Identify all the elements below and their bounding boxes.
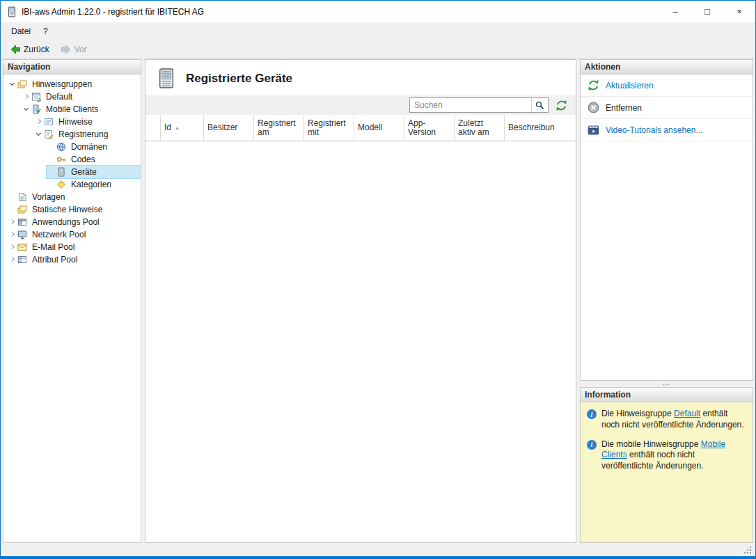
nav-item-label: Attribut Pool (32, 255, 77, 265)
chevron-placeholder (8, 205, 17, 214)
action-entfernen[interactable]: Entfernen (581, 97, 753, 119)
mobile-clients-icon (31, 104, 42, 114)
forward-label: Vor (74, 45, 87, 54)
info-text-part: Die Hinweisgruppe (601, 409, 674, 418)
panel-splitter[interactable] (580, 381, 753, 387)
column-header-modell[interactable]: Modell (354, 115, 404, 141)
navigation-tree: Hinweisgruppen Default Mobile Clients Hi… (3, 74, 141, 542)
toolbar: Zurück Vor (1, 40, 755, 58)
chevron-collapsed-icon[interactable] (22, 92, 31, 102)
column-label: Besitzer (207, 123, 237, 132)
nav-item-codes[interactable]: Codes (3, 153, 141, 166)
actions-header: Aktionen (581, 60, 753, 74)
column-header-registriert-am[interactable]: Registriert am (254, 115, 304, 141)
column-header-besitzer[interactable]: Besitzer (204, 115, 254, 141)
nav-item-label: Statische Hinweise (32, 205, 102, 214)
minimize-button[interactable]: – (659, 1, 691, 22)
nav-item-geraete[interactable]: Geräte (3, 166, 141, 178)
table-body-empty (145, 141, 576, 542)
nav-item-label: Netzwerk Pool (32, 230, 86, 239)
chevron-placeholder (8, 192, 17, 202)
nav-item-anwendungs-pool[interactable]: Anwendungs Pool (3, 216, 141, 228)
nav-item-domaenen[interactable]: Domänen (3, 141, 141, 153)
notices-icon (44, 117, 55, 127)
maximize-button[interactable]: □ (691, 1, 723, 22)
nav-item-vorlagen[interactable]: Vorlagen (3, 191, 141, 203)
chevron-collapsed-icon[interactable] (34, 117, 44, 127)
nav-item-label: Hinweisgruppen (32, 79, 92, 89)
window-border-accent (1, 556, 755, 558)
refresh-button[interactable] (556, 100, 567, 111)
notice-groups-icon (17, 79, 29, 89)
nav-item-registrierung[interactable]: Registrierung (3, 128, 141, 141)
search-box[interactable] (409, 97, 549, 113)
column-label: Zuletzt aktiv am (458, 119, 501, 137)
menu-datei[interactable]: Datei (5, 24, 37, 39)
action-aktualisieren[interactable]: Aktualisieren (581, 74, 753, 97)
nav-item-label: Codes (71, 155, 95, 164)
nav-item-kategorien[interactable]: Kategorien (3, 178, 141, 191)
chevron-expanded-icon[interactable] (22, 104, 31, 114)
chevron-placeholder (47, 167, 56, 177)
nav-item-label: Kategorien (71, 180, 111, 189)
close-button[interactable]: × (723, 1, 755, 22)
info-text: Die Hinweisgruppe Default enthält noch n… (601, 409, 746, 431)
column-header-zuletzt-aktiv-am[interactable]: Zuletzt aktiv am (455, 115, 505, 141)
page-header: Registrierte Geräte (145, 60, 576, 95)
remove-icon (588, 102, 599, 113)
resize-grip[interactable] (744, 546, 753, 555)
column-label: Beschreibun (508, 123, 555, 132)
chevron-expanded-icon[interactable] (8, 79, 17, 89)
info-icon (587, 409, 597, 419)
app-window: IBI-aws Admin 1.22.0 - registriert für I… (0, 0, 756, 559)
info-note-default: Die Hinweisgruppe Default enthält noch n… (587, 409, 746, 431)
nav-item-netzwerk-pool[interactable]: Netzwerk Pool (3, 228, 141, 241)
info-text: Die mobile Hinweisgruppe Mobile Clients … (601, 439, 746, 472)
information-panel: Information Die Hinweisgruppe Default en… (580, 387, 753, 543)
column-label: Registriert am (258, 119, 300, 137)
nav-item-hinweise[interactable]: Hinweise (3, 116, 141, 128)
domains-icon (56, 142, 68, 152)
search-strip (145, 95, 576, 115)
window-controls: – □ × (659, 1, 755, 22)
column-header-app-version[interactable]: App-Version (404, 115, 455, 141)
column-header-registriert-mit[interactable]: Registriert mit (304, 115, 354, 141)
chevron-placeholder (47, 155, 56, 164)
categories-icon (56, 180, 68, 189)
chevron-collapsed-icon[interactable] (8, 255, 17, 265)
info-link-default[interactable]: Default (674, 409, 700, 418)
nav-item-mobile-clients[interactable]: Mobile Clients (3, 103, 141, 116)
search-icon[interactable] (531, 98, 548, 112)
chevron-collapsed-icon[interactable] (8, 230, 17, 239)
menu-help[interactable]: ? (37, 24, 54, 39)
column-header-id[interactable]: Id (161, 115, 204, 141)
chevron-collapsed-icon[interactable] (8, 242, 17, 252)
back-button[interactable]: Zurück (5, 43, 54, 56)
action-video-tutorials[interactable]: Video-Tutorials ansehen... (581, 119, 753, 141)
static-notices-icon (17, 205, 29, 214)
action-label: Entfernen (606, 103, 642, 113)
templates-icon (17, 192, 29, 202)
content-area: Navigation Hinweisgruppen Default Mobile… (3, 59, 753, 543)
forward-button[interactable]: Vor (56, 43, 92, 56)
status-bar (1, 544, 755, 556)
column-label: Id (164, 123, 171, 132)
nav-item-hinweisgruppen[interactable]: Hinweisgruppen (3, 78, 141, 90)
nav-item-attribut-pool[interactable]: Attribut Pool (3, 253, 141, 266)
chevron-placeholder (47, 180, 56, 189)
nav-item-label: Hinweise (58, 117, 93, 127)
nav-item-statische-hinweise[interactable]: Statische Hinweise (3, 203, 141, 216)
chevron-placeholder (47, 142, 56, 152)
chevron-collapsed-icon[interactable] (8, 217, 17, 227)
network-pool-icon (17, 230, 29, 239)
table-header: Id Besitzer Registriert am Registriert m… (145, 115, 576, 141)
video-icon (588, 124, 599, 136)
nav-item-default[interactable]: Default (3, 90, 141, 103)
chevron-expanded-icon[interactable] (34, 129, 44, 139)
column-label: Registriert mit (308, 119, 350, 137)
window-title: IBI-aws Admin 1.22.0 - registriert für I… (22, 7, 659, 17)
nav-item-label: Anwendungs Pool (32, 217, 100, 227)
nav-item-email-pool[interactable]: E-Mail Pool (3, 241, 141, 253)
column-header-beschreibung[interactable]: Beschreibun (505, 115, 576, 141)
search-input[interactable] (410, 99, 531, 111)
